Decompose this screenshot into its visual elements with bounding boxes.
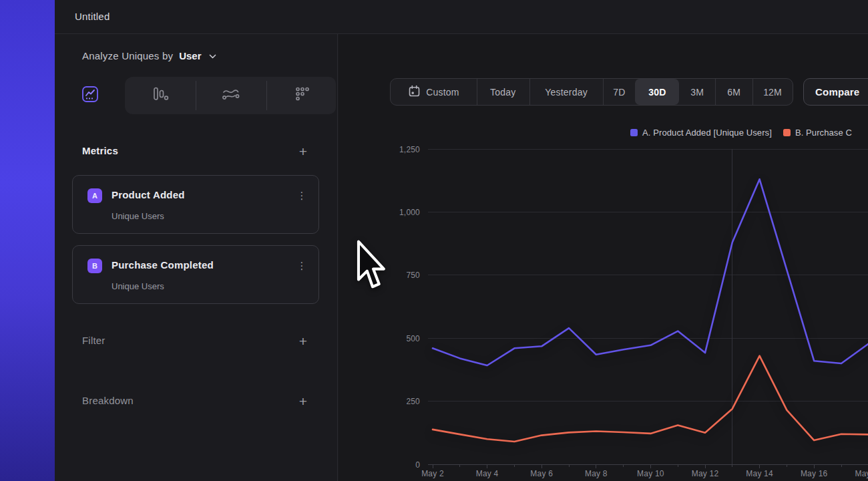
range-label: 7D [613, 87, 625, 98]
decorative-gradient-strip [0, 0, 55, 481]
filter-heading: Filter [82, 335, 105, 346]
range-label: 6M [727, 87, 740, 98]
legend-item-a[interactable]: A. Product Added [Unique Users] [630, 128, 772, 138]
metrics-section-header: Metrics + [55, 142, 338, 162]
plus-icon: + [299, 333, 307, 349]
svg-text:250: 250 [406, 397, 420, 406]
add-breakdown-button[interactable]: + [294, 392, 312, 411]
range-custom[interactable]: Custom [391, 79, 477, 105]
metric-badge-a: A [87, 188, 102, 203]
analyze-by-value: User [179, 50, 201, 61]
tab-flows[interactable] [196, 77, 266, 114]
compare-button[interactable]: Compare [803, 78, 868, 106]
svg-text:May 4: May 4 [476, 469, 499, 478]
svg-text:May 6: May 6 [530, 469, 553, 478]
add-metric-button[interactable]: + [294, 142, 312, 161]
chart-panel: Custom Today Yesterday 7D 30D 3M 6M 12M … [339, 34, 868, 481]
calendar-icon [408, 85, 421, 100]
legend-label: A. Product Added [Unique Users] [642, 128, 772, 138]
line-chart-icon [81, 86, 99, 106]
range-today[interactable]: Today [477, 79, 529, 105]
screenshot-stage: Untitled Analyze Uniques by User [0, 0, 868, 481]
bar-chart-icon [152, 86, 169, 105]
tab-retention[interactable] [266, 77, 338, 114]
analyze-by-dropdown[interactable]: Analyze Uniques by User [55, 34, 338, 77]
add-filter-button[interactable]: + [294, 332, 312, 351]
legend-swatch-orange [783, 129, 791, 136]
svg-text:May 12: May 12 [692, 469, 719, 478]
report-title: Untitled [75, 11, 110, 22]
metric-subtitle: Unique Users [112, 211, 164, 221]
range-label: 3M [690, 87, 704, 98]
range-3m[interactable]: 3M [679, 79, 715, 105]
tab-insights[interactable] [55, 77, 125, 114]
chevron-down-icon [209, 49, 216, 61]
tab-funnels[interactable] [125, 77, 195, 114]
dots-grid-icon [294, 86, 310, 105]
svg-text:May 8: May 8 [585, 469, 608, 478]
svg-text:May 16: May 16 [801, 469, 828, 478]
svg-text:May 2: May 2 [421, 469, 444, 478]
chart-legend: A. Product Added [Unique Users] B. Purch… [630, 128, 852, 138]
range-label: 12M [763, 87, 782, 98]
kebab-icon: ⋮ [297, 190, 307, 201]
svg-text:0: 0 [415, 460, 420, 470]
svg-text:1,000: 1,000 [399, 208, 420, 217]
range-30d-selected[interactable]: 30D [635, 79, 679, 105]
metric-card-b[interactable]: B Purchase Completed Unique Users ⋮ [72, 245, 319, 304]
legend-item-b[interactable]: B. Purchase C [783, 128, 852, 138]
breakdown-section-header: Breakdown + [55, 392, 338, 412]
svg-text:May 14: May 14 [746, 469, 773, 478]
metric-menu-button[interactable]: ⋮ [294, 257, 309, 275]
query-sidebar: Analyze Uniques by User [55, 34, 338, 481]
flows-waves-icon [222, 87, 240, 104]
insights-line-chart[interactable]: 02505007501,0001,250May 2May 4May 6May 8… [339, 141, 868, 481]
top-bar: Untitled [55, 0, 868, 34]
legend-label: B. Purchase C [795, 128, 852, 138]
breakdown-heading: Breakdown [82, 395, 134, 406]
range-label: Custom [426, 87, 459, 98]
range-6m[interactable]: 6M [715, 79, 752, 105]
svg-text:May 10: May 10 [637, 469, 664, 478]
plus-icon: + [299, 393, 307, 410]
svg-text:750: 750 [406, 271, 420, 280]
legend-swatch-purple [630, 129, 638, 136]
range-12m[interactable]: 12M [752, 79, 793, 105]
metric-title: Purchase Completed [112, 259, 214, 271]
report-type-tabs [55, 77, 338, 114]
filter-section-header: Filter + [55, 332, 338, 352]
series-line-a [433, 179, 868, 365]
analyze-by-label: Analyze Uniques by [82, 50, 173, 61]
range-label: Today [490, 87, 515, 98]
kebab-icon: ⋮ [297, 260, 307, 271]
metrics-heading: Metrics [82, 145, 118, 156]
date-range-segmented-control: Custom Today Yesterday 7D 30D 3M 6M 12M [390, 78, 793, 106]
metric-subtitle: Unique Users [112, 281, 164, 291]
metric-menu-button[interactable]: ⋮ [294, 187, 309, 204]
plus-icon: + [299, 144, 307, 160]
range-7d[interactable]: 7D [603, 79, 635, 105]
metric-badge-b: B [87, 259, 102, 273]
range-label: Yesterday [545, 87, 588, 98]
app-window: Untitled Analyze Uniques by User [55, 0, 868, 481]
svg-text:May 18: May 18 [855, 469, 868, 478]
compare-label: Compare [815, 86, 859, 98]
range-label: 30D [648, 87, 666, 98]
metric-title: Product Added [112, 189, 185, 200]
range-yesterday[interactable]: Yesterday [529, 79, 604, 105]
series-line-b [433, 356, 868, 442]
svg-text:1,250: 1,250 [399, 145, 420, 154]
metric-card-a[interactable]: A Product Added Unique Users ⋮ [72, 175, 319, 234]
svg-text:500: 500 [406, 334, 420, 343]
